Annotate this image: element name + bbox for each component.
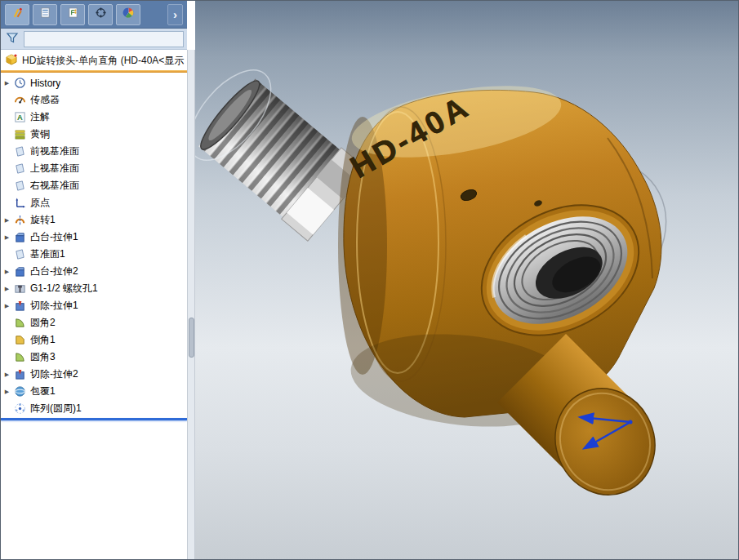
displaymanager-tab-icon — [122, 7, 135, 22]
tree-item[interactable]: 右视基准面 — [1, 177, 187, 194]
cut-extrude-icon — [13, 300, 26, 313]
fillet-icon — [13, 351, 26, 364]
feature-manager-panel: › HD旋转接头-单向直角 (HD-40A — [1, 1, 187, 560]
propertymanager-tab-icon — [39, 7, 51, 22]
tree-item-label: 原点 — [30, 196, 50, 210]
rollback-bar[interactable] — [1, 418, 187, 420]
displaymanager-tab-button[interactable] — [116, 4, 140, 25]
solidworks-window: HD-40A — [0, 0, 739, 560]
tree-item-label: 圆角2 — [30, 316, 56, 330]
panel-overflow-button[interactable]: › — [167, 4, 183, 25]
tree-item[interactable]: 原点 — [1, 194, 187, 211]
cut-extrude-icon — [13, 368, 26, 381]
tree-item[interactable]: 黄铜 — [1, 126, 187, 143]
plane-icon — [13, 180, 26, 193]
tree-item-label: 凸台-拉伸2 — [30, 264, 78, 278]
configurationmanager-tab-icon — [67, 7, 79, 22]
tree-item[interactable]: ▶凸台-拉伸1 — [1, 229, 187, 246]
svg-text:A: A — [17, 113, 23, 122]
tree-item[interactable]: 阵列(圆周)1 — [1, 400, 187, 417]
dimxpertmanager-tab-icon — [95, 7, 107, 22]
configurationmanager-tab-button[interactable] — [60, 4, 85, 25]
origin-icon — [13, 197, 26, 210]
tree-item-label: 旋转1 — [30, 213, 56, 227]
funnel-icon — [6, 31, 19, 47]
tree-item-label: 凸台-拉伸1 — [30, 230, 78, 244]
graphics-area[interactable]: HD-40A — [195, 1, 739, 560]
model-3d[interactable]: HD-40A — [195, 1, 739, 560]
tree-item[interactable]: ▶凸台-拉伸2 — [1, 263, 187, 280]
tree-item[interactable]: 上视基准面 — [1, 160, 187, 177]
freeze-bar[interactable] — [1, 70, 187, 73]
tree-item-label: 阵列(圆周)1 — [30, 402, 82, 416]
feature-tree-root[interactable]: HD旋转接头-单向直角 (HD-40A<显示 — [1, 51, 187, 69]
tree-item[interactable]: A注解 — [1, 109, 187, 126]
part-icon — [5, 53, 18, 69]
root-part-label: HD旋转接头-单向直角 (HD-40A<显示 — [22, 54, 184, 68]
annotations-icon: A — [13, 111, 26, 124]
tree-item-label: 传感器 — [30, 93, 60, 107]
boss-extrude-icon — [13, 231, 26, 244]
tree-item[interactable]: 倒角1 — [1, 331, 187, 349]
expand-arrow-icon[interactable]: ▶ — [1, 80, 13, 87]
wrap-icon — [13, 385, 26, 398]
tree-item[interactable]: 前视基准面 — [1, 143, 187, 160]
tree-item-label: 切除-拉伸2 — [30, 367, 78, 381]
tree-item-label: 上视基准面 — [30, 162, 79, 176]
tree-item-label: 倒角1 — [30, 333, 56, 347]
featuremanager-tab-button[interactable] — [5, 4, 29, 25]
tree-item-label: 包覆1 — [30, 384, 56, 398]
filter-button[interactable] — [4, 31, 20, 47]
tree-item-label: 基准面1 — [30, 247, 65, 261]
tree-item-label: 注解 — [30, 110, 50, 124]
tree-item[interactable]: ▶旋转1 — [1, 211, 187, 229]
dimxpertmanager-tab-button[interactable] — [88, 4, 113, 25]
panel-tab-strip: › — [1, 1, 187, 29]
filter-input[interactable] — [24, 31, 184, 47]
featuremanager-tab-icon — [11, 7, 24, 22]
tree-item-label: 右视基准面 — [30, 179, 79, 193]
expand-arrow-icon[interactable]: ▶ — [1, 371, 13, 378]
tree-item-label: 黄铜 — [30, 127, 50, 141]
hole-wizard-icon — [13, 282, 26, 296]
expand-arrow-icon[interactable]: ▶ — [1, 234, 13, 241]
circular-pattern-icon — [13, 402, 26, 416]
tree-item[interactable]: ▶切除-拉伸1 — [1, 297, 187, 314]
expand-arrow-icon[interactable]: ▶ — [1, 217, 13, 224]
propertymanager-tab-button[interactable] — [33, 4, 57, 25]
expand-arrow-icon[interactable]: ▶ — [1, 286, 13, 292]
revolve-icon — [13, 214, 26, 227]
feature-tree: HD旋转接头-单向直角 (HD-40A<显示 ▶History传感器A注解黄铜前… — [1, 50, 187, 560]
history-icon — [13, 77, 26, 90]
chamfer-icon — [13, 334, 26, 347]
tree-item[interactable]: ▶History — [1, 74, 187, 91]
sensors-icon — [13, 94, 26, 107]
tree-item[interactable]: ▶切除-拉伸2 — [1, 366, 187, 383]
material-icon — [13, 128, 26, 141]
plane-icon — [13, 145, 26, 158]
tree-item[interactable]: ▶包覆1 — [1, 383, 187, 400]
tree-item[interactable]: 圆角2 — [1, 314, 187, 331]
tree-item[interactable]: 传感器 — [1, 91, 187, 109]
tree-item[interactable]: 圆角3 — [1, 349, 187, 366]
boss-extrude-icon — [13, 265, 26, 278]
plane-icon — [13, 248, 26, 261]
tree-item-label: G1-1/2 螺纹孔1 — [30, 282, 98, 296]
tree-item-label: 圆角3 — [30, 350, 56, 364]
tree-item-label: History — [30, 78, 60, 89]
tree-item[interactable]: 基准面1 — [1, 246, 187, 263]
fillet-icon — [13, 317, 26, 330]
expand-arrow-icon[interactable]: ▶ — [1, 303, 13, 309]
tree-item-label: 前视基准面 — [30, 144, 79, 158]
tree-scrollbar[interactable] — [187, 50, 195, 560]
expand-arrow-icon[interactable]: ▶ — [1, 269, 13, 275]
tree-item-label: 切除-拉伸1 — [30, 299, 78, 313]
tree-scrollbar-thumb[interactable] — [189, 318, 194, 358]
expand-arrow-icon[interactable]: ▶ — [1, 389, 13, 395]
plane-icon — [13, 162, 26, 176]
feature-tree-filter-bar — [1, 29, 187, 50]
tree-item[interactable]: ▶G1-1/2 螺纹孔1 — [1, 280, 187, 297]
